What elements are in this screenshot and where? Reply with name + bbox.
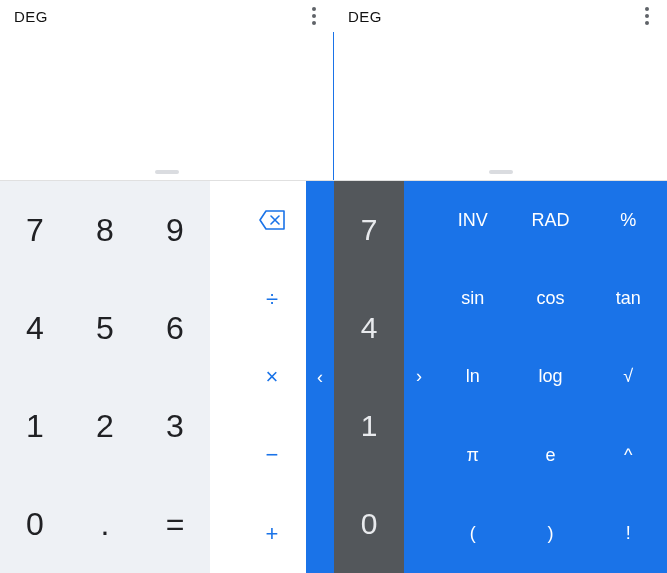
topbar: DEG <box>0 0 334 32</box>
equals-button[interactable]: = <box>140 475 210 573</box>
digit-5[interactable]: 5 <box>70 279 140 377</box>
digit-0[interactable]: 0 <box>0 475 70 573</box>
collapse-panel-button[interactable]: › <box>404 338 434 416</box>
digit-1[interactable]: 1 <box>0 377 70 475</box>
digit-8[interactable]: 8 <box>70 181 140 279</box>
ln-button[interactable]: ln <box>434 338 512 416</box>
log-button[interactable]: log <box>512 338 590 416</box>
percent-button[interactable]: % <box>589 181 667 259</box>
inv-button[interactable]: INV <box>434 181 512 259</box>
pi-button[interactable]: π <box>434 416 512 494</box>
topbar: DEG <box>334 0 667 32</box>
digit-0[interactable]: 0 <box>334 475 404 573</box>
advanced-pad: › INV RAD % sin cos tan ln log √ π e ^ (… <box>404 181 667 573</box>
digit-7[interactable]: 7 <box>334 181 404 279</box>
lparen-button[interactable]: ( <box>434 495 512 573</box>
factorial-button[interactable]: ! <box>589 495 667 573</box>
drag-handle-icon[interactable] <box>489 170 513 174</box>
digit-7[interactable]: 7 <box>0 181 70 279</box>
rparen-button[interactable]: ) <box>512 495 590 573</box>
more-menu-icon[interactable] <box>308 3 320 29</box>
digit-3[interactable]: 3 <box>140 377 210 475</box>
digit-pad: 7 8 9 4 5 6 1 2 3 0 . = <box>0 181 210 573</box>
angle-mode[interactable]: DEG <box>348 8 382 25</box>
digit-column: 7 4 1 0 <box>334 181 404 573</box>
rad-button[interactable]: RAD <box>512 181 590 259</box>
calculator-advanced: DEG 7 4 1 0 › INV RAD % sin cos tan ln l… <box>334 0 667 573</box>
digit-4[interactable]: 4 <box>0 279 70 377</box>
digit-9[interactable]: 9 <box>140 181 210 279</box>
keypad: 7 4 1 0 › INV RAD % sin cos tan ln log √… <box>334 180 667 573</box>
cos-button[interactable]: cos <box>512 259 590 337</box>
digit-1[interactable]: 1 <box>334 377 404 475</box>
more-menu-icon[interactable] <box>641 3 653 29</box>
display-area[interactable] <box>0 32 334 180</box>
decimal-point[interactable]: . <box>70 475 140 573</box>
tan-button[interactable]: tan <box>589 259 667 337</box>
expand-panel-button[interactable]: ‹ <box>306 181 334 573</box>
sqrt-button[interactable]: √ <box>589 338 667 416</box>
keypad: 7 8 9 4 5 6 1 2 3 0 . = ÷ × − + ‹ <box>0 180 334 573</box>
digit-4[interactable]: 4 <box>334 279 404 377</box>
operator-pad: ÷ × − + ‹ <box>210 181 334 573</box>
display-area[interactable] <box>334 32 667 180</box>
angle-mode[interactable]: DEG <box>14 8 48 25</box>
drag-handle-icon[interactable] <box>155 170 179 174</box>
e-button[interactable]: e <box>512 416 590 494</box>
power-button[interactable]: ^ <box>589 416 667 494</box>
calculator-basic: DEG 7 8 9 4 5 6 1 2 3 0 . = ÷ <box>0 0 334 573</box>
sin-button[interactable]: sin <box>434 259 512 337</box>
digit-6[interactable]: 6 <box>140 279 210 377</box>
digit-2[interactable]: 2 <box>70 377 140 475</box>
backspace-icon <box>258 209 286 231</box>
